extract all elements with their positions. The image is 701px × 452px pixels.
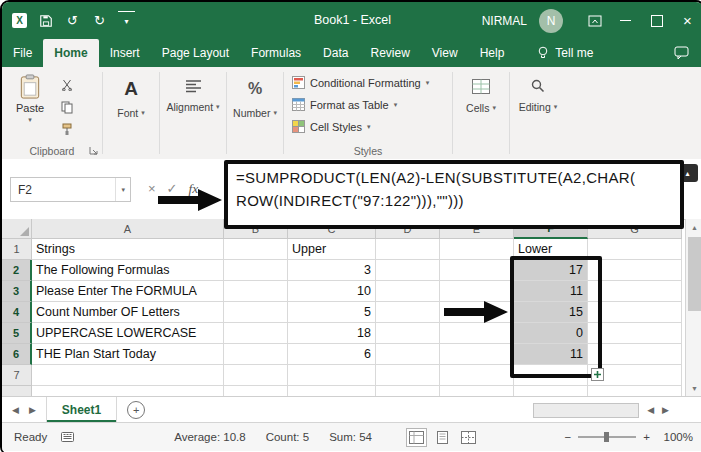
name-box[interactable]: F2 ▾ — [10, 177, 131, 202]
normal-view-icon[interactable] — [406, 428, 427, 447]
insert-function-icon[interactable]: fx — [189, 181, 199, 197]
undo-icon[interactable]: ↺ — [64, 12, 81, 29]
cell-D3[interactable] — [376, 281, 440, 302]
row-header-2[interactable]: 2 — [2, 260, 32, 281]
cell-F7[interactable] — [514, 365, 588, 386]
close-button[interactable]: × — [672, 2, 701, 39]
cell-E4[interactable] — [440, 302, 514, 323]
macro-record-icon[interactable] — [61, 432, 74, 442]
cell-D6[interactable] — [376, 344, 440, 365]
row-header-5[interactable]: 5 — [2, 323, 32, 344]
hscroll-right-icon[interactable]: ▶ — [662, 405, 669, 415]
cells-group-button[interactable]: Cells▾ — [453, 67, 509, 159]
cell-G2[interactable] — [588, 260, 682, 281]
cell-E1[interactable] — [440, 239, 514, 260]
ribbon-display-options-icon[interactable] — [579, 2, 610, 39]
zoom-level[interactable]: 100% — [657, 431, 693, 443]
cell-D2[interactable] — [376, 260, 440, 281]
tab-data[interactable]: Data — [312, 39, 359, 67]
comments-icon[interactable] — [674, 39, 701, 67]
tab-page-layout[interactable]: Page Layout — [151, 39, 240, 67]
cell-B3[interactable] — [224, 281, 288, 302]
tab-view[interactable]: View — [421, 39, 469, 67]
cell-B2[interactable] — [224, 260, 288, 281]
tab-help[interactable]: Help — [469, 39, 516, 67]
cell-G5[interactable] — [588, 323, 682, 344]
scroll-up-icon[interactable]: ▲ — [686, 219, 701, 235]
tell-me-box[interactable]: Tell me — [537, 39, 593, 67]
copy-icon[interactable] — [60, 100, 74, 114]
cell-F5[interactable]: 0 — [514, 323, 588, 344]
sheet-tab-sheet1[interactable]: Sheet1 — [46, 397, 117, 423]
avatar[interactable]: N — [539, 9, 563, 33]
alignment-group-button[interactable]: Alignment▾ — [160, 67, 226, 159]
column-header-A[interactable]: A — [32, 219, 224, 239]
hscroll-left-icon[interactable]: ◀ — [647, 405, 654, 415]
conditional-formatting-button[interactable]: Conditional Formatting ▾ — [284, 73, 452, 92]
zoom-slider-thumb[interactable] — [604, 432, 609, 442]
confirm-icon[interactable]: ✓ — [167, 181, 178, 196]
cell-A4[interactable]: Count Number OF Letters — [32, 302, 224, 323]
format-painter-icon[interactable] — [60, 122, 74, 136]
cell-E3[interactable] — [440, 281, 514, 302]
formula-input[interactable]: =SUMPRODUCT(LEN(A2)-LEN(SUBSTITUTE(A2,CH… — [224, 160, 684, 229]
tab-file[interactable]: File — [2, 39, 43, 67]
vertical-scrollbar-thumb[interactable] — [688, 237, 701, 311]
cell-D1[interactable] — [376, 239, 440, 260]
sheet-nav-left-icon[interactable]: ◀ — [12, 405, 19, 415]
sheet-nav-right-icon[interactable]: ▶ — [29, 405, 36, 415]
cell-F4[interactable]: 15 — [514, 302, 588, 323]
cell-A3[interactable]: Please Enter The FORMULA — [32, 281, 224, 302]
add-sheet-button[interactable]: + — [127, 401, 145, 419]
cell-A5[interactable]: UPPERCASE LOWERCASE — [32, 323, 224, 344]
tab-insert[interactable]: Insert — [99, 39, 151, 67]
cell-A2[interactable]: The Following Formulas — [32, 260, 224, 281]
cell-D7[interactable] — [376, 365, 440, 386]
cell-D4[interactable] — [376, 302, 440, 323]
row-header-7[interactable]: 7 — [2, 365, 32, 386]
cell-B7[interactable] — [224, 365, 288, 386]
cell-C3[interactable]: 10 — [288, 281, 376, 302]
user-name[interactable]: NIRMAL — [482, 14, 527, 28]
page-layout-view-icon[interactable] — [432, 428, 453, 447]
select-all-corner[interactable] — [2, 219, 32, 239]
cell-C4[interactable]: 5 — [288, 302, 376, 323]
cell-styles-button[interactable]: Cell Styles ▾ — [284, 117, 452, 136]
vertical-scrollbar[interactable]: ▲ ▼ — [685, 219, 701, 396]
cell-C1[interactable]: Upper — [288, 239, 376, 260]
cell-F2[interactable]: 17 — [514, 260, 588, 281]
cell-E7[interactable] — [440, 365, 514, 386]
cell-F3[interactable]: 11 — [514, 281, 588, 302]
tab-home[interactable]: Home — [43, 39, 98, 67]
save-icon[interactable] — [37, 12, 54, 29]
editing-group-button[interactable]: Editing▾ — [510, 67, 566, 159]
redo-icon[interactable]: ↻ — [91, 12, 108, 29]
name-box-caret-icon[interactable]: ▾ — [115, 178, 130, 201]
zoom-slider[interactable] — [578, 436, 636, 438]
row-header-6[interactable]: 6 — [2, 344, 32, 365]
cell-E6[interactable] — [440, 344, 514, 365]
cell-D5[interactable] — [376, 323, 440, 344]
tab-formulas[interactable]: Formulas — [240, 39, 312, 67]
row-header-1[interactable]: 1 — [2, 239, 32, 260]
cell-C5[interactable]: 18 — [288, 323, 376, 344]
cell-C2[interactable]: 3 — [288, 260, 376, 281]
cell-B4[interactable] — [224, 302, 288, 323]
cell-G1[interactable] — [588, 239, 682, 260]
cell-F1[interactable]: Lower — [514, 239, 588, 260]
cell-B6[interactable] — [224, 344, 288, 365]
customize-toolbar-icon[interactable]: ▾ — [118, 11, 135, 30]
cut-icon[interactable] — [60, 78, 74, 92]
cell-G4[interactable] — [588, 302, 682, 323]
row-header-4[interactable]: 4 — [2, 302, 32, 323]
cell-A7[interactable] — [32, 365, 224, 386]
cell-E5[interactable] — [440, 323, 514, 344]
clipboard-dialog-launcher-icon[interactable] — [89, 146, 98, 155]
cell-B5[interactable] — [224, 323, 288, 344]
scroll-down-icon[interactable]: ▼ — [686, 380, 701, 396]
page-break-view-icon[interactable] — [458, 428, 479, 447]
cell-B1[interactable] — [224, 239, 288, 260]
row-header-3[interactable]: 3 — [2, 281, 32, 302]
maximize-button[interactable] — [641, 2, 672, 39]
cancel-icon[interactable]: × — [148, 181, 156, 196]
